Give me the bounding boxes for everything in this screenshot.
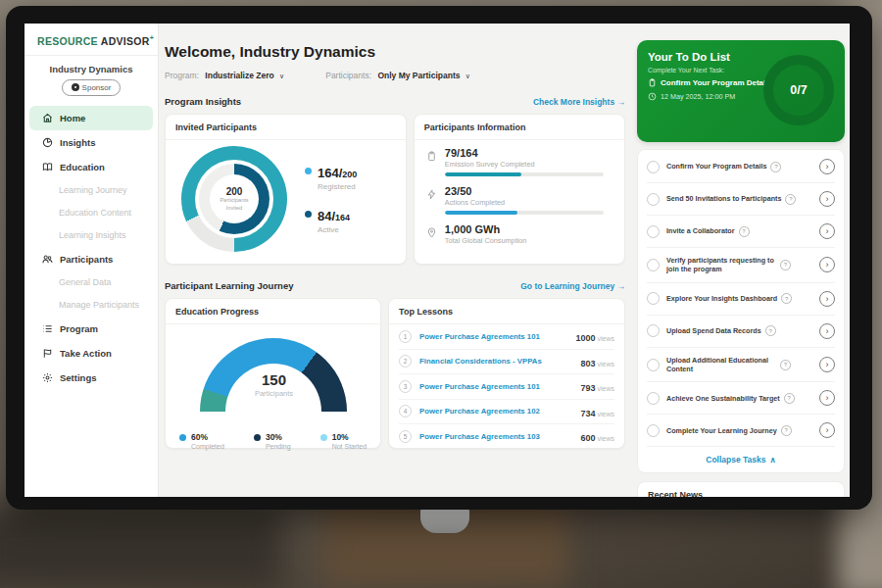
arrow-right-icon: →	[617, 97, 626, 107]
sidebar-item-program[interactable]: Program	[29, 317, 153, 341]
check-more-insights-link[interactable]: Check More Insights →	[533, 97, 625, 107]
chevron-down-icon: ∨	[466, 73, 470, 79]
program-filter-value[interactable]: Industrialize Zero	[205, 71, 273, 80]
task-row[interactable]: Verify participants requesting to join t…	[647, 248, 835, 283]
lesson-link[interactable]: Power Purchase Agreements 102	[419, 407, 572, 416]
lesson-link[interactable]: Power Purchase Agreements 101	[419, 382, 572, 391]
program-filter[interactable]: Program: Industrialize Zero ∨	[165, 71, 284, 80]
task-label: Verify participants requesting to join t…	[666, 256, 776, 274]
sidebar-item-participants[interactable]: Participants	[29, 247, 153, 271]
task-checkbox[interactable]	[647, 292, 660, 305]
learning-journey-title: Participant Learning Journey	[165, 280, 293, 291]
help-icon[interactable]: ?	[784, 393, 795, 404]
pin-icon	[426, 227, 437, 238]
sidebar-item-learning-insights[interactable]: Learning Insights	[24, 224, 158, 247]
task-checkbox[interactable]	[647, 392, 660, 405]
task-row[interactable]: Explore Your Insights Dashboard ? ›	[647, 283, 835, 316]
task-row[interactable]: Complete Your Learning Journey ? ›	[647, 415, 835, 447]
task-label: Invite a Collaborator	[666, 226, 735, 235]
chevron-right-icon: ›	[826, 360, 829, 369]
task-label: Upload Spend Data Records	[666, 326, 761, 335]
help-icon[interactable]: ?	[739, 226, 750, 237]
task-row[interactable]: Confirm Your Program Details ? ›	[647, 151, 835, 183]
task-label: Complete Your Learning Journey	[666, 426, 777, 435]
logo-resource: RESOURCE	[37, 35, 98, 47]
help-icon[interactable]: ?	[780, 260, 791, 270]
task-open-button[interactable]: ›	[819, 191, 835, 207]
participants-filter[interactable]: Participants: Only My Participants ∨	[325, 71, 470, 80]
task-open-button[interactable]: ›	[819, 323, 835, 339]
go-to-learning-journey-link[interactable]: Go to Learning Journey →	[520, 281, 625, 291]
help-icon[interactable]: ?	[765, 325, 776, 336]
collapse-tasks-label: Collapse Tasks	[706, 455, 765, 465]
stat-label: Emission Survey Completed	[445, 160, 604, 169]
invited-donut-chart: 200 Participants Invited	[181, 146, 287, 252]
task-row[interactable]: Invite a Collaborator ? ›	[647, 216, 835, 248]
task-open-button[interactable]: ›	[819, 390, 835, 406]
sidebar-item-education-content[interactable]: Education Content	[24, 202, 158, 224]
sidebar-item-home[interactable]: Home	[29, 106, 153, 130]
home-icon	[42, 113, 53, 123]
task-row[interactable]: Upload Spend Data Records ? ›	[647, 316, 835, 348]
task-open-button[interactable]: ›	[819, 159, 835, 174]
task-open-button[interactable]: ›	[819, 422, 835, 438]
book-icon	[42, 162, 53, 172]
task-checkbox[interactable]	[647, 324, 660, 337]
task-checkbox[interactable]	[647, 193, 660, 206]
task-open-button[interactable]: ›	[819, 291, 835, 307]
stat-label: Actions Completed	[445, 198, 604, 207]
clipboard-icon	[426, 151, 437, 162]
participants-filter-value[interactable]: Only My Participants	[377, 71, 460, 80]
task-checkbox[interactable]	[647, 359, 660, 371]
gauge-center-value: 150	[166, 371, 382, 388]
stat-actions-completed: 23/50 Actions Completed	[426, 185, 612, 215]
task-label: Achieve One Sustainability Target	[666, 394, 780, 403]
sidebar-item-settings[interactable]: Settings	[29, 366, 153, 390]
lesson-link[interactable]: Power Purchase Agreements 101	[419, 332, 567, 341]
legend-registered: 164/200 Registered	[305, 164, 357, 191]
legend-value-sub: 164	[335, 213, 350, 222]
task-row[interactable]: Send 50 Invitations to Participants ? ›	[647, 183, 835, 216]
task-row[interactable]: Upload Additional Educational Content ? …	[647, 348, 835, 383]
task-label: Confirm Your Program Details	[666, 162, 766, 171]
todo-panel: Your To Do List Complete Your Next Task:…	[637, 24, 845, 497]
help-icon[interactable]: ?	[770, 162, 781, 172]
task-checkbox[interactable]	[647, 225, 660, 238]
sidebar-item-general-data[interactable]: General Data	[24, 271, 158, 294]
chevron-right-icon: ›	[826, 294, 829, 304]
lesson-link[interactable]: Financial Considerations - VPPAs	[419, 357, 572, 366]
chevron-right-icon: ›	[826, 326, 829, 336]
logo-advisor: ADVISOR	[101, 35, 150, 47]
task-open-button[interactable]: ›	[819, 357, 835, 372]
lesson-row: 2 Financial Considerations - VPPAs 803vi…	[399, 350, 614, 375]
lesson-link[interactable]: Power Purchase Agreements 103	[419, 432, 572, 441]
task-open-button[interactable]: ›	[819, 257, 835, 272]
help-icon[interactable]: ?	[780, 360, 791, 370]
views-label: views	[597, 435, 614, 442]
help-icon[interactable]: ?	[785, 194, 796, 205]
legend-dot	[320, 434, 327, 441]
task-open-button[interactable]: ›	[819, 223, 835, 239]
sidebar-item-education[interactable]: Education	[29, 155, 153, 179]
help-icon[interactable]: ?	[781, 425, 792, 436]
sidebar-item-learning-journey[interactable]: Learning Journey	[24, 179, 158, 202]
filters-row: Program: Industrialize Zero ∨ Participan…	[165, 71, 625, 80]
legend-label: Registered	[318, 182, 357, 191]
task-checkbox[interactable]	[647, 424, 660, 437]
progress-fill	[445, 211, 518, 215]
sidebar-item-take-action[interactable]: Take Action	[29, 341, 153, 366]
legend-value-sub: 200	[342, 170, 357, 179]
task-checkbox[interactable]	[647, 161, 660, 173]
task-row[interactable]: Achieve One Sustainability Target ? ›	[647, 382, 835, 415]
sidebar-item-label: Learning Insights	[59, 230, 126, 240]
help-icon[interactable]: ?	[781, 293, 792, 304]
sidebar-item-label: Education Content	[59, 208, 131, 218]
stat-emission-survey: 79/164 Emission Survey Completed	[426, 147, 612, 176]
task-checkbox[interactable]	[647, 259, 660, 271]
views-label: views	[597, 385, 614, 392]
sponsor-badge: Sponsor	[62, 79, 121, 96]
sidebar-item-insights[interactable]: Insights	[29, 130, 153, 155]
lesson-rank: 2	[399, 355, 412, 368]
sidebar-item-manage-participants[interactable]: Manage Participants	[24, 294, 158, 317]
collapse-tasks-link[interactable]: Collapse Tasks ∧	[647, 447, 835, 471]
